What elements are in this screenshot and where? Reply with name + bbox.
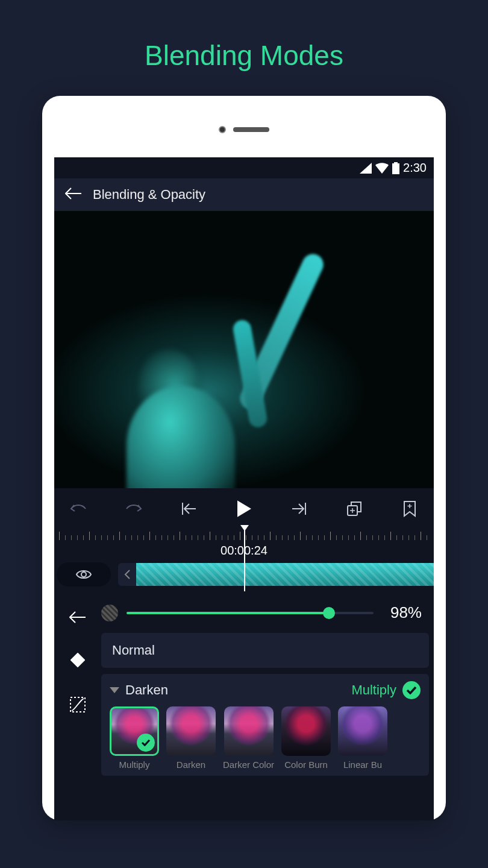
header-title: Blending & Opacity: [93, 187, 205, 203]
arrow-left-icon: [65, 187, 82, 200]
svg-rect-1: [394, 162, 398, 163]
eye-icon: [75, 568, 92, 580]
curve-icon: [69, 696, 86, 713]
undo-icon: [70, 503, 87, 515]
tab-curves[interactable]: [69, 696, 86, 715]
blend-group-normal[interactable]: Normal: [101, 633, 429, 668]
chevron-down-icon: [110, 687, 119, 693]
opacity-control: 98%: [101, 600, 429, 633]
timeline[interactable]: [54, 561, 434, 588]
back-button[interactable]: [65, 187, 82, 203]
skip-end-icon: [291, 502, 308, 516]
blend-mode-thumbs: Multiply Darken Darker Color Color: [110, 706, 421, 770]
wifi-icon: [375, 163, 389, 174]
skip-start-icon: [180, 502, 197, 516]
blend-mode-linear-burn[interactable]: Linear Bu: [338, 706, 387, 770]
duplicate-icon: [346, 501, 362, 517]
cell-signal-icon: [360, 163, 372, 174]
blend-thumb: [166, 706, 216, 756]
clip-trim-handle[interactable]: [118, 563, 136, 586]
blend-thumb: [338, 706, 387, 756]
svg-point-3: [81, 572, 86, 577]
panel-content: 98% Normal Darken Multiply: [101, 600, 434, 820]
tablet-hardware: [42, 126, 446, 133]
playhead[interactable]: [244, 525, 245, 591]
transport-controls: [54, 488, 434, 529]
check-icon: [402, 681, 421, 699]
blend-thumb: [224, 706, 274, 756]
status-time: 2:30: [403, 161, 427, 175]
bookmark-icon: [403, 500, 416, 517]
thumb-label: Darken: [177, 760, 205, 770]
arrow-left-icon: [69, 611, 86, 624]
tab-blending[interactable]: [70, 653, 85, 670]
group-header[interactable]: Darken Multiply: [110, 681, 421, 699]
redo-icon: [125, 503, 142, 515]
video-preview[interactable]: [54, 211, 434, 488]
blend-thumb: [110, 706, 159, 756]
bookmark-button[interactable]: [399, 498, 421, 520]
status-bar: 2:30: [54, 157, 434, 178]
panel-tabs: [54, 600, 101, 820]
opacity-icon: [101, 605, 118, 621]
skip-start-button[interactable]: [178, 498, 199, 520]
duplicate-button[interactable]: [343, 498, 365, 520]
selected-mode-label: Multiply: [351, 682, 396, 698]
blend-thumb: [281, 706, 331, 756]
thumb-label: Multiply: [119, 760, 150, 770]
undo-button[interactable]: [67, 498, 89, 520]
video-clip[interactable]: [136, 563, 434, 586]
app-screen: 2:30 Blending & Opacity 00:00:24: [54, 157, 434, 820]
blend-mode-multiply[interactable]: Multiply: [110, 706, 159, 770]
diamond-icon: [70, 653, 85, 667]
blend-group-darken: Darken Multiply Multiply: [101, 674, 429, 776]
panel-back-button[interactable]: [69, 611, 86, 626]
properties-panel: 98% Normal Darken Multiply: [54, 600, 434, 820]
blend-mode-darken[interactable]: Darken: [166, 706, 216, 770]
blend-mode-darker-color[interactable]: Darker Color: [223, 706, 274, 770]
opacity-value: 98%: [382, 603, 422, 622]
thumb-label: Color Burn: [284, 760, 328, 770]
play-icon: [237, 500, 251, 517]
camera-dot: [219, 126, 226, 133]
thumb-label: Darker Color: [223, 760, 274, 770]
app-header: Blending & Opacity: [54, 178, 434, 211]
group-label: Darken: [125, 682, 168, 698]
promo-title: Blending Modes: [145, 39, 343, 72]
group-label: Normal: [112, 643, 418, 658]
slider-fill: [127, 612, 329, 614]
play-button[interactable]: [233, 498, 255, 520]
battery-icon: [392, 162, 399, 174]
opacity-slider[interactable]: [127, 612, 374, 614]
svg-rect-0: [392, 163, 399, 174]
redo-button[interactable]: [123, 498, 145, 520]
track-visibility-toggle[interactable]: [57, 562, 111, 587]
slider-thumb[interactable]: [323, 607, 335, 619]
blend-mode-color-burn[interactable]: Color Burn: [281, 706, 331, 770]
chevron-left-icon: [124, 569, 131, 580]
skip-end-button[interactable]: [289, 498, 310, 520]
speaker-slot: [233, 127, 269, 132]
check-icon: [137, 734, 155, 752]
tablet-frame: 2:30 Blending & Opacity 00:00:24: [42, 96, 446, 820]
thumb-label: Linear Bu: [343, 760, 382, 770]
